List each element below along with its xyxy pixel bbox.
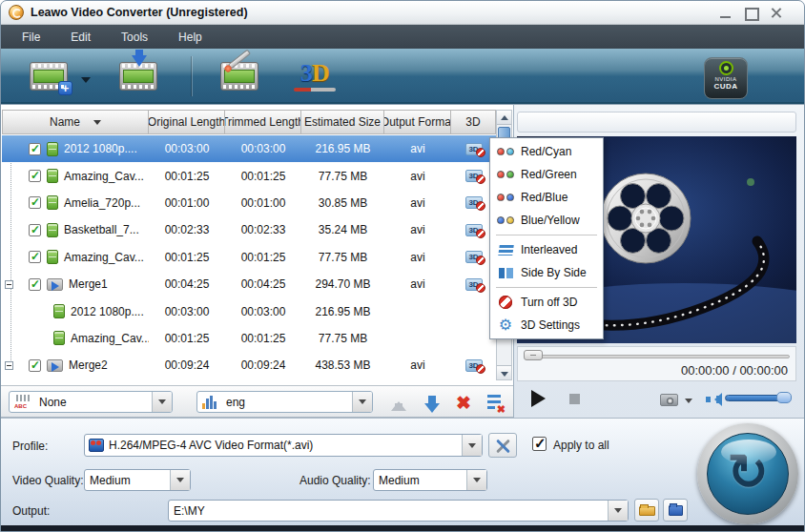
row-checkbox[interactable] [29, 251, 41, 263]
video-quality-dropdown-button[interactable] [170, 470, 190, 490]
menu-item-blue-yellow[interactable]: Blue/Yellow [490, 209, 603, 232]
row-checkbox[interactable] [29, 170, 41, 182]
3d-toggle-icon[interactable]: 3D [465, 170, 483, 182]
original-length: 00:01:00 [149, 196, 225, 210]
audio-quality-label: Audio Quality: [299, 474, 371, 487]
menu-help[interactable]: Help [167, 27, 214, 48]
add-video-button[interactable]: + [30, 62, 68, 91]
estimated-size: 294.70 MB [301, 277, 384, 291]
estimated-size: 77.75 MB [301, 170, 384, 183]
column-header-name[interactable]: Name [2, 110, 149, 134]
scroll-up-button[interactable] [497, 111, 511, 125]
trimmed-length: 00:03:00 [225, 305, 301, 318]
minimize-button[interactable] [716, 7, 735, 20]
profile-select[interactable]: H.264/MPEG-4 AVC Video Format(*.avi) [84, 434, 483, 457]
speaker-icon[interactable] [706, 393, 721, 406]
tree-collapse-toggle[interactable] [5, 280, 13, 289]
tree-collapse-toggle[interactable] [5, 361, 13, 370]
seek-handle[interactable] [524, 350, 543, 360]
menu-item-interleaved[interactable]: Interleaved [490, 238, 603, 261]
video-file-icon [47, 195, 58, 210]
3d-toggle-icon[interactable]: 3D [465, 251, 483, 263]
menu-file[interactable]: File [10, 27, 52, 48]
maximize-button[interactable] [741, 7, 760, 20]
table-row[interactable]: 2012 1080p.... 00:03:00 00:03:00 216.95 … [2, 135, 496, 162]
audio-dropdown-button[interactable] [352, 392, 372, 412]
title-bar: Leawo Video Converter (Unregistered) [1, 1, 804, 25]
edit-video-button[interactable] [220, 62, 258, 91]
menu-item-turn-off-3d[interactable]: Turn off 3D [490, 291, 603, 314]
3d-toggle-icon[interactable]: 3D [465, 143, 483, 155]
original-length: 00:01:25 [149, 251, 225, 264]
column-header-estimated-size[interactable]: Estimated Size [301, 110, 384, 134]
close-button[interactable] [768, 7, 787, 20]
move-up-button[interactable] [388, 393, 409, 414]
3d-toggle-icon[interactable]: 3D [465, 359, 483, 372]
row-checkbox[interactable] [29, 143, 41, 155]
menu-item-label: Side By Side [521, 266, 587, 279]
table-row[interactable]: Amelia_720p... 00:01:00 00:01:00 30.85 M… [2, 190, 496, 216]
clear-list-button[interactable]: ✖ [484, 393, 505, 414]
file-name: Merge2 [69, 358, 108, 372]
move-down-button[interactable] [422, 393, 443, 414]
3d-toggle-icon[interactable]: 3D [465, 278, 483, 291]
seek-track[interactable] [526, 355, 790, 358]
window-title: Leawo Video Converter (Unregistered) [31, 6, 248, 19]
volume-handle[interactable] [776, 392, 792, 403]
3d-toggle-icon[interactable]: 3D [465, 196, 483, 209]
table-row-child[interactable]: 2012 1080p.... 00:03:00 00:03:00 216.95 … [2, 297, 496, 324]
table-row[interactable]: Basketball_7... 00:02:33 00:02:33 35.24 … [2, 216, 496, 243]
stop-button[interactable] [569, 394, 580, 404]
browse-folder-button[interactable] [634, 499, 659, 522]
menu-tools[interactable]: Tools [110, 27, 159, 48]
snapshot-dropdown-caret[interactable] [685, 399, 692, 407]
table-row-merge[interactable]: Merge1 00:04:25 00:04:25 294.70 MB avi 3… [2, 271, 496, 297]
row-checkbox[interactable] [29, 196, 41, 209]
table-row[interactable]: Amazing_Cav... 00:01:25 00:01:25 77.75 M… [2, 244, 496, 271]
table-row-child[interactable]: Amazing_Cav... 00:01:25 00:01:25 77.75 M… [2, 325, 496, 352]
audio-track-select[interactable]: eng [196, 391, 373, 413]
trimmed-length: 00:03:00 [225, 142, 301, 155]
3d-movie-button[interactable]: 3D [290, 61, 340, 93]
profile-dropdown-button[interactable] [462, 435, 482, 456]
table-row-merge[interactable]: Merge2 00:09:24 00:09:24 438.53 MB avi 3… [2, 352, 496, 379]
add-video-dropdown-caret[interactable] [81, 77, 91, 88]
menu-item-red-green[interactable]: Red/Green [490, 163, 603, 186]
audio-quality-select[interactable]: Medium [373, 469, 487, 491]
subtitle-dropdown-button[interactable] [152, 392, 172, 412]
3d-mode-menu: Red/Cyan Red/Green Red/Blue Blue/Yellow … [489, 137, 604, 339]
download-video-button[interactable] [119, 62, 157, 91]
output-path-select[interactable]: E:\MY [168, 500, 629, 522]
audio-quality-dropdown-button[interactable] [466, 470, 486, 490]
remove-file-button[interactable]: ✖ [453, 393, 474, 414]
menu-item-3d-settings[interactable]: ⚙ 3D Settings [490, 314, 603, 337]
open-output-folder-button[interactable] [663, 499, 688, 522]
profile-settings-button[interactable] [488, 433, 517, 458]
row-checkbox[interactable] [29, 224, 41, 236]
video-quality-select[interactable]: Medium [84, 469, 191, 491]
row-checkbox[interactable] [29, 278, 41, 291]
merge-group-icon [47, 359, 63, 372]
snapshot-button[interactable] [660, 394, 678, 406]
play-button[interactable] [531, 390, 554, 407]
output-dropdown-button[interactable] [608, 501, 628, 521]
menu-item-label: 3D Settings [521, 318, 580, 332]
menu-edit[interactable]: Edit [59, 27, 102, 48]
file-name: Amelia_720p... [64, 196, 140, 210]
menu-item-red-cyan[interactable]: Red/Cyan [490, 140, 603, 163]
row-checkbox[interactable] [29, 359, 41, 372]
menu-item-red-blue[interactable]: Red/Blue [490, 186, 603, 209]
column-header-original-length[interactable]: Original Length [149, 110, 225, 134]
table-row[interactable]: Amazing_Cav... 00:01:25 00:01:25 77.75 M… [2, 162, 496, 189]
file-name: Amazing_Cav... [64, 251, 144, 264]
column-header-3d[interactable]: 3D [451, 110, 496, 134]
column-header-trimmed-length[interactable]: Trimmed Length [225, 110, 301, 134]
apply-to-all-checkbox[interactable] [532, 437, 547, 451]
subtitle-select[interactable]: ABC None [9, 391, 173, 413]
scroll-down-button[interactable] [497, 365, 511, 379]
column-header-output-format[interactable]: Output Format [384, 110, 451, 134]
menu-item-side-by-side[interactable]: Side By Side [490, 261, 603, 284]
3d-toggle-icon[interactable]: 3D [465, 224, 483, 236]
convert-button[interactable]: ↻ [697, 423, 798, 524]
video-file-icon [47, 142, 58, 156]
